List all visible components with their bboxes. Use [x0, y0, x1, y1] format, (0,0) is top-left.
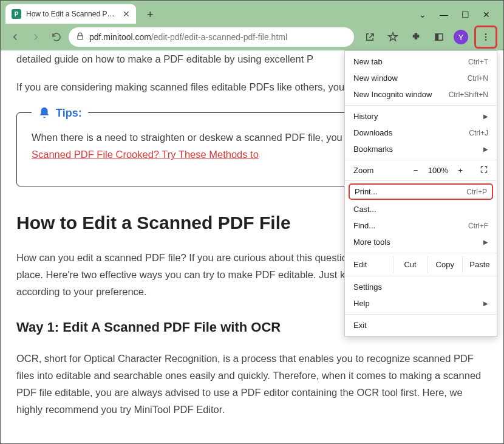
menu-incognito[interactable]: New Incognito windowCtrl+Shift+N — [345, 86, 497, 103]
browser-tab[interactable]: P How to Edit a Scanned PDF File? ✕ — [5, 4, 136, 24]
tab-favicon: P — [12, 9, 21, 19]
menu-zoom: Zoom − 100% + — [345, 163, 497, 178]
profile-avatar[interactable]: Y — [454, 30, 468, 44]
extensions-icon[interactable] — [407, 29, 424, 46]
menu-help[interactable]: Help▶ — [345, 295, 497, 312]
menu-cut[interactable]: Cut — [393, 256, 428, 273]
chrome-menu-button[interactable] — [477, 29, 494, 46]
menu-new-window[interactable]: New windowCtrl+N — [345, 70, 497, 86]
chevron-right-icon: ▶ — [483, 239, 488, 245]
share-icon[interactable] — [361, 29, 378, 46]
chevron-right-icon: ▶ — [483, 146, 488, 152]
svg-point-2 — [485, 33, 487, 35]
panel-icon[interactable] — [431, 29, 448, 46]
menu-exit[interactable]: Exit — [345, 317, 497, 333]
svg-rect-1 — [435, 34, 438, 41]
fullscreen-icon[interactable] — [480, 165, 488, 176]
maximize-button[interactable]: ☐ — [461, 10, 469, 19]
menu-settings[interactable]: Settings — [345, 279, 497, 295]
menu-copy[interactable]: Copy — [428, 256, 463, 273]
menu-bookmarks[interactable]: Bookmarks▶ — [345, 141, 497, 157]
menu-find[interactable]: Find...Ctrl+F — [345, 217, 497, 234]
menu-edit-row: Edit Cut Copy Paste — [345, 256, 497, 273]
chevron-right-icon: ▶ — [483, 113, 488, 120]
svg-point-4 — [485, 39, 487, 41]
caret-down-icon[interactable]: ⌄ — [419, 10, 426, 19]
forward-button[interactable] — [27, 29, 44, 46]
bookmark-star-icon[interactable] — [384, 29, 401, 46]
bell-icon — [38, 106, 51, 120]
menu-more-tools[interactable]: More tools▶ — [345, 234, 497, 250]
menu-history[interactable]: History▶ — [345, 108, 497, 125]
svg-point-3 — [485, 36, 487, 38]
url-text: pdf.minitool.com/edit-pdf/edit-a-scanned… — [89, 32, 287, 42]
menu-print[interactable]: Print...Ctrl+P — [349, 183, 493, 200]
zoom-percentage: 100% — [426, 166, 449, 175]
lock-icon — [76, 32, 84, 43]
menu-paste[interactable]: Paste — [463, 256, 497, 273]
back-button[interactable] — [7, 29, 24, 46]
zoom-in-button[interactable]: + — [458, 166, 463, 175]
menu-downloads[interactable]: DownloadsCtrl+J — [345, 125, 497, 141]
address-bar[interactable]: pdf.minitool.com/edit-pdf/edit-a-scanned… — [69, 27, 354, 47]
zoom-out-button[interactable]: − — [414, 166, 418, 175]
chevron-right-icon: ▶ — [483, 300, 488, 307]
reload-button[interactable] — [48, 29, 65, 46]
tips-label: Tips: — [32, 104, 88, 123]
close-window-button[interactable]: ✕ — [483, 10, 490, 19]
tab-close-button[interactable]: ✕ — [123, 9, 130, 19]
menu-cast[interactable]: Cast... — [345, 201, 497, 217]
paragraph: OCR, short for Optical Character Recogni… — [16, 350, 488, 418]
chrome-menu: New tabCtrl+T New windowCtrl+N New Incog… — [344, 50, 497, 336]
tab-title: How to Edit a Scanned PDF File? — [26, 10, 118, 18]
menu-new-tab[interactable]: New tabCtrl+T — [345, 53, 497, 70]
new-tab-button[interactable]: + — [142, 6, 158, 24]
minimize-button[interactable]: — — [440, 10, 448, 19]
